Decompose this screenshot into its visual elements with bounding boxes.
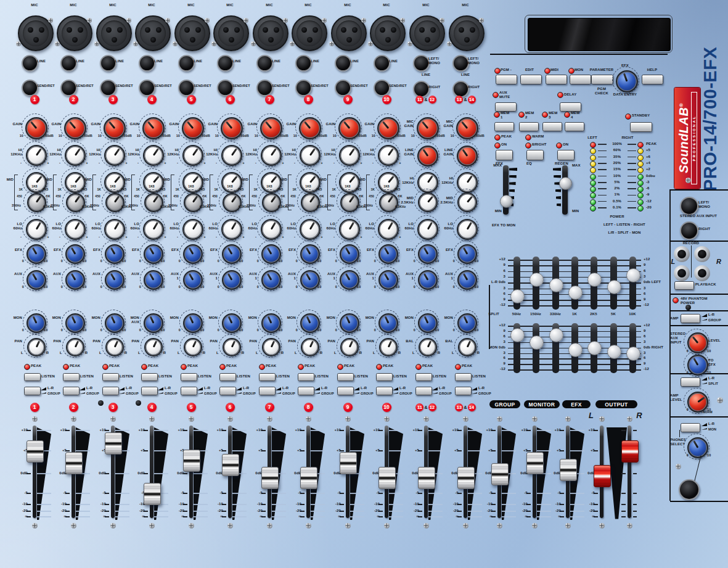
- ch13-14-group-button[interactable]: [455, 387, 472, 395]
- ch11-12-pan-knob[interactable]: [415, 334, 438, 358]
- ch3-listen-button[interactable]: [102, 373, 119, 381]
- ch11-12-mid-knob[interactable]: [414, 189, 439, 213]
- ch7-mid-freq-knob[interactable]: [258, 189, 282, 213]
- ch11-12-lo-knob[interactable]: [414, 215, 440, 241]
- ch2-fader[interactable]: [65, 452, 83, 474]
- ch1-fader[interactable]: [27, 440, 44, 463]
- ch4-pan-knob[interactable]: [141, 334, 164, 358]
- ch3-mid-freq-knob[interactable]: [102, 189, 126, 213]
- ch8-group-button[interactable]: [298, 387, 314, 395]
- eq-bottom-2K5-cap[interactable]: [587, 341, 602, 355]
- eq-bottom-150Hz-cap[interactable]: [530, 335, 544, 350]
- ch2-mid-freq-knob[interactable]: [62, 189, 86, 213]
- playback-button[interactable]: [674, 281, 694, 290]
- ch4-mid-freq-knob[interactable]: [141, 189, 165, 213]
- ch7-fader[interactable]: [261, 467, 279, 489]
- ch5-fader[interactable]: [183, 450, 200, 472]
- ch1-hi-knob[interactable]: [22, 141, 48, 167]
- ch3-fader[interactable]: [105, 432, 122, 455]
- ch1-lo-knob[interactable]: [22, 215, 48, 241]
- eq-bottom-50Hz-cap[interactable]: [510, 328, 525, 342]
- ch13-14-linegain-knob[interactable]: [453, 142, 479, 168]
- ch9-pan-knob[interactable]: [337, 334, 360, 358]
- ch8-hi-knob[interactable]: [296, 141, 322, 167]
- ch7-lo-knob[interactable]: [257, 215, 283, 241]
- ch13-14-fader[interactable]: [457, 467, 475, 489]
- ch8-fader[interactable]: [300, 467, 317, 489]
- ch10-listen-button[interactable]: [376, 373, 393, 381]
- panel-midi-button[interactable]: [546, 75, 567, 84]
- help-button[interactable]: [642, 75, 663, 84]
- mem-3-button[interactable]: [542, 122, 562, 131]
- ch7-listen-button[interactable]: [259, 373, 276, 381]
- ch10-lo-knob[interactable]: [374, 215, 400, 241]
- eq-top-2K5-cap[interactable]: [587, 273, 602, 287]
- ch1-pan-knob[interactable]: [23, 334, 47, 358]
- ch5-pan-knob[interactable]: [180, 334, 203, 358]
- ch8-lo-knob[interactable]: [296, 215, 322, 241]
- ch13-14-lo-knob[interactable]: [453, 215, 479, 241]
- output-right-fader[interactable]: [621, 440, 639, 463]
- ch2-hi-knob[interactable]: [61, 141, 87, 167]
- ch6-lo-knob[interactable]: [218, 215, 243, 241]
- ch9-group-button[interactable]: [337, 387, 354, 395]
- ch8-listen-button[interactable]: [298, 373, 314, 381]
- ch10-pan-knob[interactable]: [375, 334, 399, 358]
- eq-bottom-1K-cap[interactable]: [568, 343, 583, 357]
- regen-slider[interactable]: [559, 177, 572, 190]
- ch13-14-mid-knob[interactable]: [454, 189, 478, 213]
- standby-button[interactable]: [630, 122, 652, 132]
- ch5-group-button[interactable]: [181, 387, 197, 395]
- eq-top-1K-cap[interactable]: [568, 286, 583, 300]
- mem-4-button[interactable]: [565, 122, 584, 131]
- ch11-12-listen-button[interactable]: [415, 373, 432, 381]
- ch1-group-button[interactable]: [24, 387, 41, 395]
- ch6-group-button[interactable]: [219, 387, 236, 395]
- ch2-lo-knob[interactable]: [61, 215, 87, 241]
- ch9-lo-knob[interactable]: [335, 215, 361, 241]
- ch2-group-button[interactable]: [63, 387, 80, 395]
- data-entry-knob[interactable]: [612, 67, 639, 94]
- delay-button[interactable]: [560, 102, 581, 112]
- parameter-button[interactable]: [591, 75, 613, 84]
- group-fader[interactable]: [491, 463, 509, 485]
- efx-fader[interactable]: [560, 459, 577, 481]
- ch3-group-button[interactable]: [102, 387, 119, 395]
- ch9-mid-freq-knob[interactable]: [337, 189, 361, 213]
- monitor-fader[interactable]: [526, 452, 544, 474]
- panel-edit-button[interactable]: [520, 75, 542, 84]
- ch4-group-button[interactable]: [141, 387, 158, 395]
- ch10-mid-freq-knob[interactable]: [375, 189, 399, 213]
- ch9-listen-button[interactable]: [337, 373, 354, 381]
- eq-top-5K-cap[interactable]: [607, 280, 621, 294]
- eq-bottom-10K-cap[interactable]: [626, 347, 640, 361]
- ch1-mid-freq-knob[interactable]: [23, 189, 47, 213]
- ch5-listen-button[interactable]: [181, 373, 197, 381]
- ch3-hi-knob[interactable]: [100, 141, 126, 167]
- ch10-fader[interactable]: [378, 467, 396, 489]
- eq-button[interactable]: [526, 150, 544, 160]
- efx-to-mon-slider[interactable]: [500, 195, 513, 208]
- aux-mute-button[interactable]: [495, 102, 517, 112]
- panel-mon-button[interactable]: [570, 75, 591, 84]
- ch13-14-listen-button[interactable]: [455, 373, 472, 381]
- ch8-mid-freq-knob[interactable]: [297, 189, 321, 213]
- split-button[interactable]: [681, 377, 700, 387]
- phones-mode-button[interactable]: [681, 423, 700, 432]
- ch11-12-fader[interactable]: [418, 467, 435, 489]
- ch3-pan-knob[interactable]: [102, 334, 125, 358]
- eq-top-50Hz-cap[interactable]: [510, 289, 525, 303]
- ch7-group-button[interactable]: [259, 387, 276, 395]
- ch3-lo-knob[interactable]: [100, 215, 126, 241]
- output-left-fader[interactable]: [594, 465, 611, 487]
- ch9-fader[interactable]: [340, 452, 357, 474]
- ch2-listen-button[interactable]: [63, 373, 80, 381]
- ch6-pan-knob[interactable]: [219, 334, 242, 358]
- eq-top-10K-cap[interactable]: [626, 268, 640, 282]
- ch11-12-group-button[interactable]: [415, 387, 432, 395]
- ch9-hi-knob[interactable]: [335, 141, 361, 167]
- panel-pgm-button[interactable]: [496, 75, 517, 84]
- eq-bottom-330Hz-cap[interactable]: [549, 328, 563, 342]
- ch4-hi-knob[interactable]: [139, 141, 165, 167]
- ch7-hi-knob[interactable]: [257, 141, 283, 167]
